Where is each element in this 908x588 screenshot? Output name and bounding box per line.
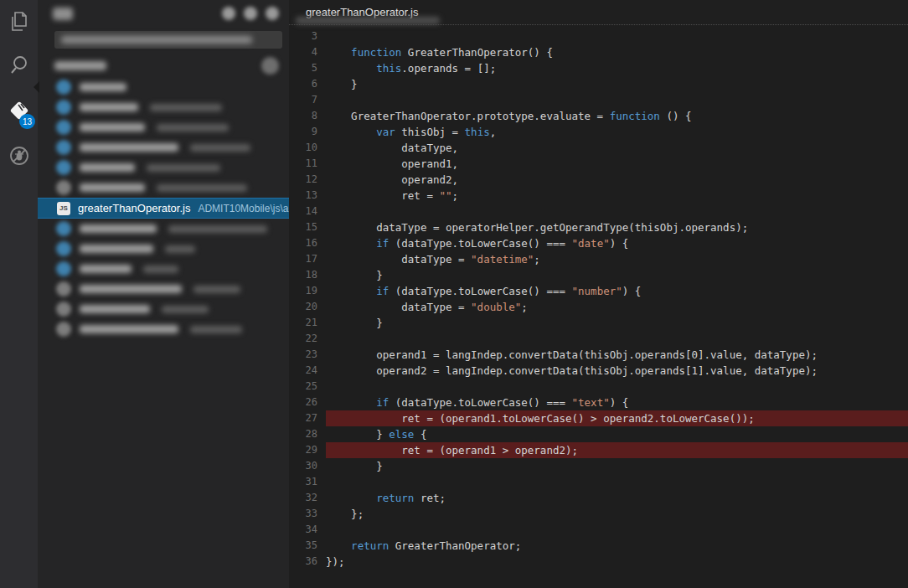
file-row-redacted[interactable] [38, 77, 289, 97]
line-number: 28 [289, 426, 326, 442]
file-row-redacted[interactable] [38, 239, 289, 259]
activity-explorer-button[interactable] [0, 2, 38, 42]
file-status-icon [56, 140, 71, 155]
line-number: 15 [289, 219, 326, 235]
partial-code-line-redacted [296, 17, 440, 24]
line-number: 23 [289, 347, 326, 363]
code-line[interactable]: 19 if (dataType.toLowerCase() === "numbe… [289, 283, 908, 299]
code-line-highlighted[interactable]: 27 ret = (operand1.toLowerCase() > opera… [289, 410, 908, 426]
code-line[interactable]: 9 var thisObj = this, [289, 124, 908, 140]
file-path-redacted [157, 124, 229, 132]
code-line[interactable]: 5 this.operands = []; [289, 60, 908, 76]
code-line[interactable]: 12 operand2, [289, 172, 908, 188]
commit-action-button-redacted[interactable] [222, 7, 235, 20]
code-line[interactable]: 6 } [289, 76, 908, 92]
file-status-icon [56, 261, 71, 276]
more-actions-button-redacted[interactable] [266, 7, 279, 20]
line-content: ret = ""; [326, 188, 908, 204]
line-content: var thisObj = this, [326, 124, 908, 140]
file-row-redacted[interactable] [38, 137, 289, 157]
code-line[interactable]: 3 [289, 28, 908, 44]
code-line[interactable]: 23 operand1 = langIndep.convertData(this… [289, 347, 908, 363]
code-line[interactable]: 18 } [289, 267, 908, 283]
file-row-redacted[interactable] [38, 319, 289, 339]
file-row-redacted[interactable] [38, 157, 289, 178]
code-line[interactable]: 35 return GreaterThanOperator; [289, 538, 908, 554]
file-path-redacted [162, 306, 209, 313]
file-status-icon [56, 302, 71, 317]
line-number: 16 [289, 235, 326, 251]
line-content: dataType = "datetime"; [326, 251, 908, 267]
file-row-redacted[interactable] [38, 299, 289, 319]
code-line[interactable]: 13 ret = ""; [289, 188, 908, 204]
file-row-redacted[interactable] [38, 279, 289, 299]
code-line[interactable]: 34 [289, 522, 908, 538]
activity-source-control-button[interactable]: 13 [0, 90, 38, 131]
code-line[interactable]: 20 dataType = "double"; [289, 299, 908, 315]
file-name-redacted [80, 305, 150, 313]
line-content: } [326, 315, 908, 331]
code-line[interactable]: 10 dataType, [289, 140, 908, 156]
file-row-redacted[interactable] [38, 97, 289, 117]
file-row-redacted[interactable] [38, 259, 289, 279]
line-content [326, 92, 908, 108]
activity-search-button[interactable] [0, 45, 38, 85]
file-row-redacted[interactable] [38, 219, 289, 239]
code-line[interactable]: 16 if (dataType.toLowerCase() === "date"… [289, 235, 908, 251]
code-line[interactable]: 33 }; [289, 506, 908, 522]
file-name-redacted [80, 123, 145, 132]
code-line[interactable]: 25 [289, 379, 908, 395]
code-line[interactable]: 24 operand2 = langIndep.convertData(this… [289, 363, 908, 379]
line-number: 32 [289, 490, 326, 506]
line-content: function GreaterThanOperator() { [326, 44, 908, 60]
file-row-selected[interactable]: JSgreaterThanOperator.jsADMIT10Mobile\js… [38, 198, 289, 219]
code-line[interactable]: 15 dataType = operatorHelper.getOperandT… [289, 219, 908, 235]
code-line[interactable]: 14 [289, 204, 908, 219]
file-name-redacted [80, 83, 126, 91]
code-line[interactable]: 22 [289, 331, 908, 347]
line-number: 6 [289, 76, 326, 92]
code-line[interactable]: 32 return ret; [289, 490, 908, 506]
file-status-icon [56, 322, 71, 337]
code-line[interactable]: 36}); [289, 554, 908, 570]
code-line-highlighted[interactable]: 29 ret = (operand1 > operand2); [289, 442, 908, 458]
code-line[interactable]: 4 function GreaterThanOperator() { [289, 44, 908, 60]
code-line[interactable]: 30 } [289, 458, 908, 474]
line-number: 9 [289, 124, 326, 140]
file-row-redacted[interactable] [38, 178, 289, 198]
code-line[interactable]: 28 } else { [289, 426, 908, 442]
code-line[interactable]: 26 if (dataType.toLowerCase() === "text"… [289, 395, 908, 410]
code-line[interactable]: 11 operand1, [289, 156, 908, 172]
line-content: dataType = operatorHelper.getOperandType… [326, 219, 908, 235]
line-number: 24 [289, 363, 326, 379]
file-name: greaterThanOperator.js [78, 202, 190, 214]
files-icon [9, 11, 29, 33]
line-number: 18 [289, 267, 326, 283]
code-area[interactable]: 34 function GreaterThanOperator() {5 thi… [289, 26, 908, 588]
line-number: 17 [289, 251, 326, 267]
line-number: 25 [289, 379, 326, 395]
line-number: 27 [289, 410, 326, 426]
file-status-icon [56, 241, 71, 256]
commit-message-input[interactable] [54, 31, 282, 49]
line-content: } [326, 76, 908, 92]
code-line[interactable]: 7 [289, 92, 908, 108]
file-list: JSgreaterThanOperator.jsADMIT10Mobile\js… [38, 77, 289, 339]
editor-group: greaterThanOperator.js 34 function Great… [289, 0, 908, 588]
code-line[interactable]: 8 GreaterThanOperator.prototype.evaluate… [289, 108, 908, 124]
file-status-icon [56, 100, 71, 115]
line-content [326, 331, 908, 347]
code-line[interactable]: 17 dataType = "datetime"; [289, 251, 908, 267]
line-number: 22 [289, 331, 326, 347]
file-name-redacted [80, 224, 157, 233]
code-line[interactable]: 21 } [289, 315, 908, 331]
code-line[interactable]: 31 [289, 474, 908, 490]
line-number: 3 [289, 28, 326, 44]
activity-debug-button[interactable] [0, 136, 38, 176]
line-content: return ret; [326, 490, 908, 506]
file-name-redacted [80, 143, 178, 152]
refresh-action-button-redacted[interactable] [244, 7, 257, 20]
file-row-redacted[interactable] [38, 117, 289, 137]
file-name-redacted [80, 325, 178, 333]
line-number: 8 [289, 108, 326, 124]
